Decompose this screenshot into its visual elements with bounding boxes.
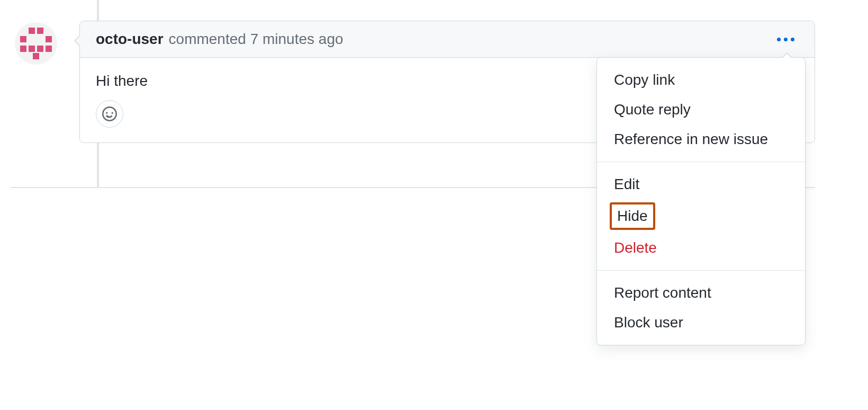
kebab-menu-button[interactable] bbox=[773, 33, 799, 46]
comment-header: octo-user commented 7 minutes ago bbox=[80, 21, 815, 58]
commented-timestamp[interactable]: commented 7 minutes ago bbox=[169, 31, 343, 48]
smiley-icon bbox=[102, 106, 117, 121]
svg-rect-6 bbox=[37, 46, 43, 52]
menu-item-quote-reply[interactable]: Quote reply bbox=[597, 95, 805, 124]
menu-item-copy-link[interactable]: Copy link bbox=[597, 65, 805, 95]
kebab-dot-icon bbox=[791, 38, 794, 41]
svg-rect-7 bbox=[46, 46, 52, 52]
svg-rect-8 bbox=[33, 53, 39, 59]
svg-rect-3 bbox=[46, 36, 52, 42]
comment-actions-dropdown: Copy link Quote reply Reference in new i… bbox=[596, 57, 806, 345]
menu-item-edit[interactable]: Edit bbox=[597, 170, 805, 199]
add-reaction-button[interactable] bbox=[96, 100, 123, 128]
svg-rect-5 bbox=[29, 46, 35, 52]
svg-rect-4 bbox=[20, 46, 26, 52]
menu-item-report[interactable]: Report content bbox=[597, 278, 805, 308]
svg-rect-2 bbox=[20, 36, 26, 42]
menu-item-delete[interactable]: Delete bbox=[597, 233, 805, 263]
dropdown-group: Report content Block user bbox=[597, 270, 805, 345]
avatar[interactable] bbox=[15, 22, 57, 65]
svg-rect-0 bbox=[29, 28, 35, 34]
dropdown-group: Copy link Quote reply Reference in new i… bbox=[597, 58, 805, 162]
svg-rect-1 bbox=[37, 28, 43, 34]
comment-meta: octo-user commented 7 minutes ago bbox=[96, 31, 343, 48]
username-link[interactable]: octo-user bbox=[96, 31, 164, 48]
menu-item-hide[interactable]: Hide bbox=[610, 202, 655, 230]
menu-item-block-user[interactable]: Block user bbox=[597, 308, 805, 337]
identicon-icon bbox=[17, 24, 55, 63]
kebab-dot-icon bbox=[784, 38, 788, 41]
menu-item-reference-issue[interactable]: Reference in new issue bbox=[597, 124, 805, 154]
kebab-dot-icon bbox=[777, 38, 781, 41]
dropdown-group: Edit Hide Delete bbox=[597, 162, 805, 270]
